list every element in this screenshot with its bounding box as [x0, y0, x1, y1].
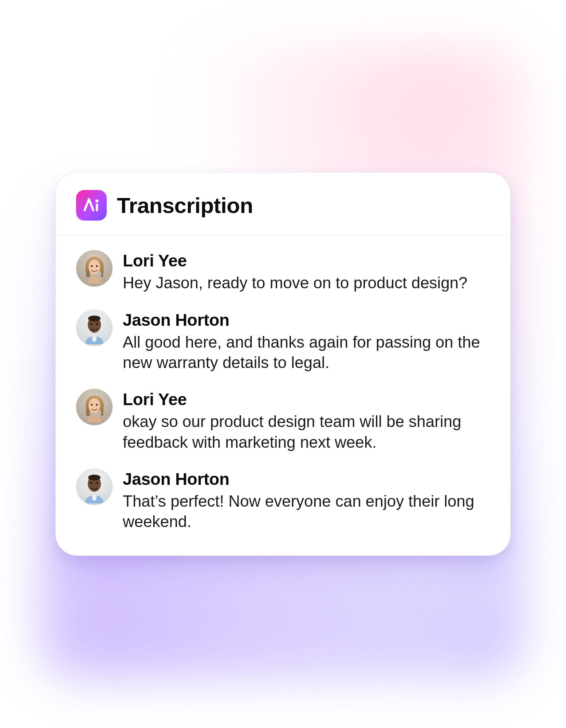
message-body: Lori Yee okay so our product design team…	[123, 389, 490, 452]
svg-point-19	[96, 482, 98, 484]
svg-point-17	[88, 475, 101, 480]
svg-point-9	[90, 323, 92, 325]
ai-icon	[76, 190, 107, 221]
speaker-name: Jason Horton	[123, 469, 490, 489]
avatar-jason	[76, 309, 113, 346]
message-item: Jason Horton All good here, and thanks a…	[76, 309, 490, 373]
card-header: Transcription	[56, 173, 510, 236]
svg-point-4	[91, 265, 93, 267]
message-item: Lori Yee okay so our product design team…	[76, 389, 490, 452]
speaker-name: Jason Horton	[123, 310, 490, 330]
message-list: Lori Yee Hey Jason, ready to move on to …	[56, 236, 510, 555]
svg-point-14	[96, 404, 98, 406]
message-text: All good here, and thanks again for pass…	[123, 332, 490, 373]
svg-point-10	[96, 323, 98, 325]
svg-point-0	[95, 199, 98, 202]
message-text: okay so our product design team will be …	[123, 411, 490, 452]
svg-point-18	[90, 482, 92, 484]
message-item: Lori Yee Hey Jason, ready to move on to …	[76, 250, 490, 293]
speaker-name: Lori Yee	[123, 251, 490, 270]
speaker-name: Lori Yee	[123, 389, 490, 409]
transcription-card: Transcription	[55, 172, 511, 555]
message-body: Jason Horton That’s perfect! Now everyon…	[123, 468, 490, 532]
message-text: That’s perfect! Now everyone can enjoy t…	[123, 491, 490, 532]
avatar-lori	[76, 389, 113, 425]
message-body: Jason Horton All good here, and thanks a…	[123, 309, 490, 373]
svg-point-5	[96, 265, 98, 267]
message-item: Jason Horton That’s perfect! Now everyon…	[76, 468, 490, 532]
avatar-jason	[76, 468, 113, 505]
message-text: Hey Jason, ready to move on to product d…	[123, 273, 490, 293]
svg-point-13	[91, 404, 93, 406]
card-title: Transcription	[117, 193, 253, 218]
avatar-lori	[76, 250, 113, 286]
message-body: Lori Yee Hey Jason, ready to move on to …	[123, 250, 490, 293]
svg-point-8	[88, 316, 101, 321]
